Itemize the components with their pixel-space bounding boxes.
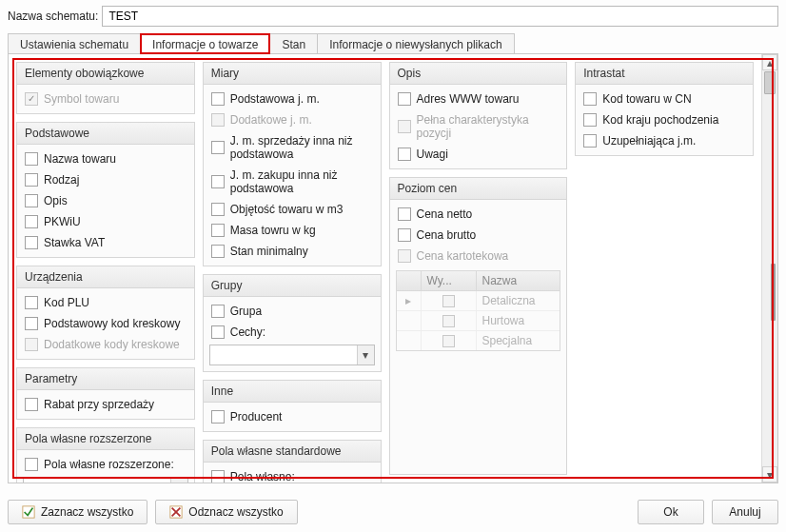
check-label: J. m. sprzedaży inna niż podstawowa [230,134,373,161]
chevron-down-icon[interactable]: ▾ [357,345,374,365]
check-jm-zakupu[interactable]: J. m. zakupu inna niż podstawowa [209,165,375,199]
check-pola-wlasne-rozszerzone[interactable]: Pola własne rozszerzone: [23,454,188,475]
group-title: Urządzenia [17,266,194,288]
checkbox-icon [211,305,225,318]
checkbox-icon [211,92,225,106]
check-label: Cena brutto [417,228,477,242]
check-cechy[interactable]: Cechy: [209,322,375,343]
tab-stan[interactable]: Stan [269,33,318,54]
check-rodzaj[interactable]: Rodzaj [23,169,188,190]
group-title: Parametry [17,368,194,390]
checkbox-icon [211,113,225,127]
checkbox-icon [25,458,38,471]
checkbox-icon [211,141,225,154]
checkbox-icon [25,236,38,249]
settings-dialog: Nazwa schematu: Ustawienia schematu Info… [0,0,786,532]
check-objetosc-m3[interactable]: Objętość towaru w m3 [209,199,375,220]
group-title: Grupy [204,275,381,297]
ok-button[interactable]: Ok [638,500,704,524]
check-podstawowa-jm[interactable]: Podstawowa j. m. [209,89,375,109]
check-masa-kg[interactable]: Masa towru w kg [209,220,375,241]
chevron-down-icon[interactable]: ▾ [170,478,187,483]
combo-cechy[interactable]: ▾ [209,345,375,365]
price-levels-table: Wy... Nazwa ▸ Detaliczna [396,270,561,351]
check-pkwiu[interactable]: PKWiU [23,211,188,232]
checkbox-icon [25,92,38,106]
checkbox-icon [398,249,411,263]
scroll-thumb[interactable] [764,71,776,94]
check-kod-towaru-cn[interactable]: Kod towaru w CN [581,89,747,109]
group-title: Elementy obowiązkowe [17,63,194,85]
check-label: Podstawowa j. m. [230,92,320,106]
checkbox-icon [25,338,38,351]
check-label: Masa towru w kg [230,224,316,237]
checkbox-icon [583,134,597,148]
checkbox-icon [211,203,225,216]
checkbox-icon [25,215,38,228]
check-stawka-vat[interactable]: Stawka VAT [23,232,188,253]
group-pola-wlasne-standardowe: Pola własne standardowe Pola własne: ▾ [203,440,382,483]
check-nazwa-towaru[interactable]: Nazwa towaru [23,148,188,169]
check-rabat-przy-sprzedazy[interactable]: Rabat przy sprzedaży [23,394,188,415]
checkbox-icon [398,228,411,242]
check-pola-wlasne[interactable]: Pola własne: [209,466,375,483]
check-label: Producent [230,410,283,424]
check-adres-www[interactable]: Adres WWW towaru [396,89,561,109]
check-label: Kod towaru w CN [602,92,691,106]
scroll-up-icon[interactable]: ▴ [762,54,777,70]
button-label: Anuluj [729,505,760,519]
checkbox-icon [398,207,411,221]
schema-name-input[interactable] [102,6,778,27]
table-row: Specjalna [397,331,560,350]
scroll-down-icon[interactable]: ▾ [762,466,777,483]
row-label: Hurtowa [477,311,560,330]
check-grupa[interactable]: Grupa [209,301,375,322]
scroll-marker [771,264,776,321]
checkbox-icon [25,194,38,207]
button-label: Zaznacz wszystko [41,505,133,519]
check-label: Grupa [230,305,262,318]
combo-pola-wlasne-rozszerzone[interactable]: ▾ [23,477,188,483]
row-indicator-icon: ▸ [397,291,422,310]
check-opis[interactable]: Opis [23,190,188,211]
cancel-button[interactable]: Anuluj [712,500,778,524]
check-jm-sprzedazy[interactable]: J. m. sprzedaży inna niż podstawowa [209,130,375,165]
tab-ustawienia-schematu[interactable]: Ustawienia schematu [8,33,141,54]
check-stan-minimalny[interactable]: Stan minimalny [209,241,375,262]
check-podstawowy-kod-kreskowy[interactable]: Podstawowy kod kreskowy [23,313,188,334]
tab-informacje-o-niewyslanych-plikach[interactable]: Informacje o niewysłanych plikach [317,33,514,54]
check-uwagi[interactable]: Uwagi [396,144,561,165]
col-1: Elementy obowiązkowe Symbol towaru Podst… [16,62,195,475]
table-header-row: Wy... Nazwa [397,271,560,291]
check-label: Dodatkowe kody kreskowe [44,338,180,351]
check-label: Rodzaj [44,173,79,187]
checkbox-icon [211,175,225,188]
scroll-area: Elementy obowiązkowe Symbol towaru Podst… [9,54,777,483]
check-label: Dodatkowe j. m. [230,113,312,127]
check-producent[interactable]: Producent [209,406,375,427]
check-label: Uwagi [417,148,448,161]
deselect-all-button[interactable]: Odznacz wszystko [155,500,297,524]
checkbox-icon [25,296,38,309]
check-cena-brutto[interactable]: Cena brutto [396,225,561,246]
check-label: Podstawowy kod kreskowy [44,317,180,330]
check-cena-netto[interactable]: Cena netto [396,204,561,225]
tab-informacje-o-towarze[interactable]: Informacje o towarze [140,33,270,54]
vertical-scrollbar[interactable]: ▴ ▾ [761,54,777,483]
checkbox-icon [442,335,455,347]
check-uzupelniajaca-jm[interactable]: Uzupełniająca j.m. [581,130,747,151]
col-nazwa[interactable]: Nazwa [477,271,560,290]
check-label: Cena kartotekowa [417,249,509,263]
col-wybrano[interactable]: Wy... [422,271,477,290]
checkbox-icon [25,398,38,411]
check-symbol-towaru: Symbol towaru [23,89,188,109]
checkbox-icon [25,173,38,187]
check-kod-plu[interactable]: Kod PLU [23,292,188,313]
group-title: Opis [390,63,567,85]
group-pola-wlasne-rozszerzone: Pola własne rozszerzone Pola własne rozs… [16,427,195,483]
row-label: Specjalna [477,331,560,350]
group-podstawowe: Podstawowe Nazwa towaru Rodzaj Opis PKWi… [16,122,195,258]
check-kod-kraju-pochodzenia[interactable]: Kod kraju pochodzenia [581,109,747,130]
select-all-button[interactable]: Zaznacz wszystko [8,500,147,524]
checkbox-icon [211,325,225,339]
